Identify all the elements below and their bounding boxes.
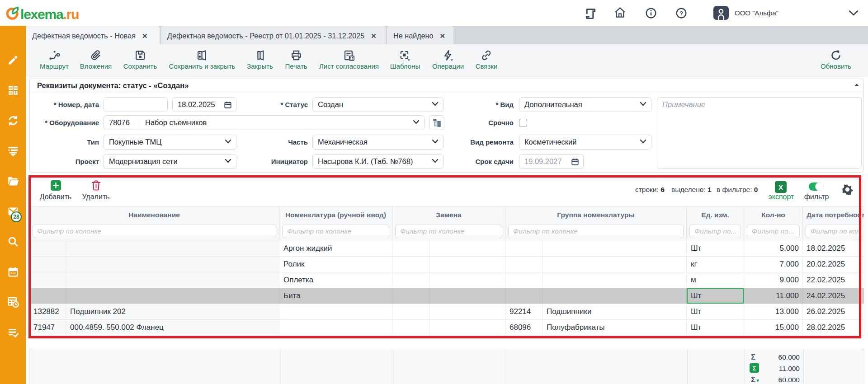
svg-text:?: ?: [679, 10, 683, 17]
svg-text:lexema.ru: lexema.ru: [20, 7, 79, 22]
